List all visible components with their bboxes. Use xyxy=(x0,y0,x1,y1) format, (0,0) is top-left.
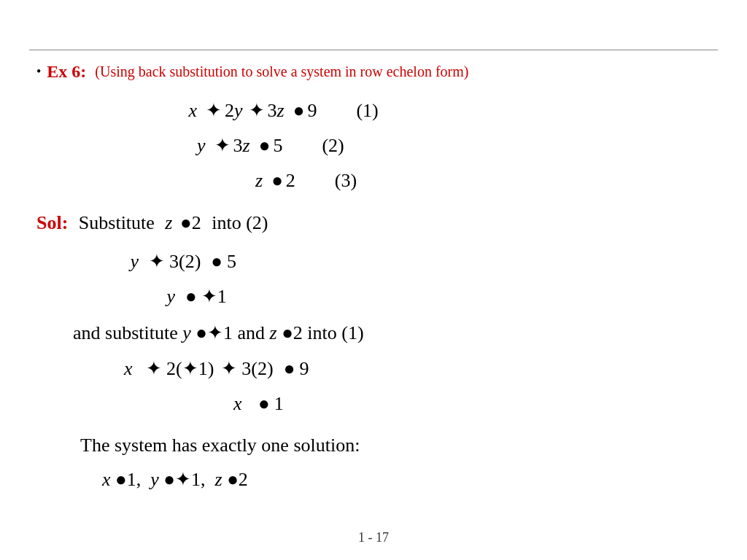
step1-row2: y ● ✦1 xyxy=(160,281,711,313)
conclusion-text1: The system has exactly one solution: xyxy=(80,429,711,463)
page-number: 1 - 17 xyxy=(358,530,389,545)
bullet-icon: • xyxy=(36,64,41,79)
sol-line: Sol: Substitute z ●2 into (2) xyxy=(36,212,711,234)
conclusion-text2: x ●1, y ●✦1, z ●2 xyxy=(102,463,711,497)
step2-block: x ✦ 2(✦1) ✦ 3(2) ● 9 x ● 1 xyxy=(124,353,711,420)
system-block: x ✦ 2y ✦ 3z ● 9 (1) y ✦ 3z ● 5 (2) z ● 2… xyxy=(109,95,711,198)
eq-row-2: y ✦ 3z ● 5 (2) xyxy=(197,130,711,162)
top-divider xyxy=(29,50,718,50)
conclusion-block: The system has exactly one solution: x ●… xyxy=(80,429,711,497)
title-line: • Ex 6: (Using back substitution to solv… xyxy=(36,62,711,82)
step2-row1: x ✦ 2(✦1) ✦ 3(2) ● 9 xyxy=(124,353,711,385)
eq-row-1: x ✦ 2y ✦ 3z ● 9 (1) xyxy=(109,95,711,127)
step1-row1: y ✦ 3(2) ● 5 xyxy=(124,246,711,278)
eq-row-3: z ● 2 (3) xyxy=(255,165,711,197)
subtitle: (Using back substitution to solve a syst… xyxy=(95,63,468,80)
ex-label: Ex 6: xyxy=(47,62,86,82)
step1-block: y ✦ 3(2) ● 5 y ● ✦1 xyxy=(124,246,711,313)
step2-row2: x ● 1 xyxy=(233,388,711,420)
and-substitute-line: and substitute y ●✦1 and z ●2 into (1) xyxy=(73,322,711,344)
main-content: • Ex 6: (Using back substitution to solv… xyxy=(36,62,711,497)
sol-label: Sol: xyxy=(36,212,68,233)
